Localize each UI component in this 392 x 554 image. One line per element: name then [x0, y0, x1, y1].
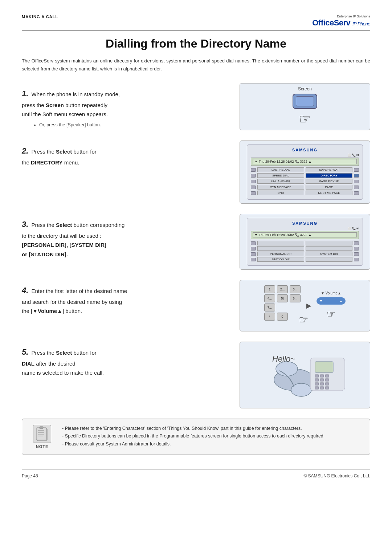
hand-press-icon: ☞	[299, 313, 309, 326]
handset-container: Hello~	[258, 347, 352, 403]
key-1: 1	[264, 285, 275, 293]
notepad-icon-svg	[36, 426, 49, 441]
step-1-text: 1. When the phone is in standby mode, pr…	[22, 83, 232, 129]
note-box: NOTE - Please refer to the 'Entering Cha…	[22, 419, 370, 455]
step3-empty-2	[306, 241, 352, 245]
page-title: Dialling from the Directory Name	[22, 37, 370, 50]
volume-area: ▼ Volume▲ ▼ ▲ ☞	[317, 291, 346, 320]
menu-row-4: SYN MESSAGE PAGE	[251, 185, 359, 190]
hello-text: Hello~	[272, 354, 295, 364]
footer-copyright: © SAMSUNG Electronics Co., Ltd.	[303, 473, 370, 478]
step-2-number: 2.	[22, 146, 28, 155]
step3-empty-1	[257, 241, 304, 245]
step-4-row: 4. Enter the first letter of the desired…	[22, 280, 370, 331]
volume-button[interactable]: ▼ ▲	[317, 297, 346, 305]
menu-syn-message: SYN MESSAGE	[257, 185, 304, 190]
step-3-phone-panel: SAMSUNG ⬜📞✉ ▼ Thu 29-Feb 12:28 01/02 📞 3…	[247, 218, 363, 266]
step-2-text: 2. Press the Select button for the DIREC…	[22, 140, 232, 168]
step3-empty-5	[306, 257, 352, 262]
menu-page: PAGE	[306, 185, 352, 190]
step-5-text: 5. Press the Select button for DIAL afte…	[22, 342, 232, 379]
arrow-right-icon: ▶	[306, 302, 311, 310]
step-4-illustration: 1 2... 3... 4... 5| 6... 7... * 0	[259, 280, 351, 331]
volume-up-icon: ▲	[339, 299, 343, 303]
step3-dir-panel: PERSONAL DIR SYSTEM DIR STATION DIR	[251, 241, 359, 262]
key-6: 6...	[290, 294, 301, 302]
panel-time-line: ▼ Thu 29-Feb 12:28 01/02 📞 3222 ▲	[253, 159, 357, 164]
menu-save-repeat: SAVE/REPEAT	[306, 167, 352, 172]
svg-rect-12	[320, 383, 324, 385]
volume-down-icon: ▼	[319, 299, 323, 303]
footer-page: Page 48	[22, 473, 38, 478]
footer: Page 48 © SAMSUNG Electronics Co., Ltd.	[22, 469, 370, 478]
step-1-bullet: Or, press the [Speaker] button.	[39, 121, 232, 129]
note-icon-area: NOTE	[29, 425, 55, 449]
key-8	[277, 304, 288, 311]
step-1-number: 1.	[22, 89, 28, 98]
step-5-number: 5.	[22, 347, 28, 357]
key-3: 3...	[290, 285, 301, 293]
keypad: 1 2... 3... 4... 5| 6... 7... * 0	[264, 285, 301, 326]
menu-directory: DIRECTORY	[306, 173, 352, 178]
svg-rect-7	[325, 375, 329, 377]
panel-menu: LAST REDIAL SAVE/REPEAT SPEED DIAL DIREC…	[251, 167, 359, 195]
menu-meet-me-page: MEET ME PAGE	[306, 191, 352, 195]
panel-time: Thu 29-Feb 12:28 01/02	[259, 160, 294, 163]
menu-row-1: LAST REDIAL SAVE/REPEAT	[251, 167, 359, 172]
keypad-grid: 1 2... 3... 4... 5| 6... 7... * 0	[264, 285, 301, 321]
svg-rect-14	[315, 387, 319, 389]
key-0: 0	[277, 313, 288, 321]
svg-point-2	[291, 383, 311, 396]
step-3-text: 3. Press the Select button corresponding…	[22, 214, 232, 260]
header-section-label: MAKING A CALL	[22, 15, 58, 19]
step-1-illustration: Screen ☞	[293, 86, 317, 127]
panel-screen: ▼ Thu 29-Feb 12:28 01/02 📞 3222 ▲	[251, 158, 359, 166]
step-4-image: 1 2... 3... 4... 5| 6... 7... * 0	[240, 280, 370, 331]
svg-rect-4	[315, 362, 333, 372]
step-3-number: 3.	[22, 220, 28, 229]
step-5-illustration: Hello~	[253, 342, 357, 408]
note-line-2: - Specific Directory buttons can be plac…	[62, 432, 324, 440]
svg-rect-23	[40, 427, 43, 429]
note-line-1: - Please refer to the 'Entering Characte…	[62, 425, 324, 432]
screen-label: Screen	[298, 86, 312, 91]
step3-system-dir: SYSTEM DIR	[306, 252, 352, 256]
step-2-image: SAMSUNG ⬜📞✉ ▼ Thu 29-Feb 12:28 01/02 📞 3…	[240, 140, 370, 204]
menu-last-redial: LAST REDIAL	[257, 167, 304, 172]
menu-row-3: UNI. ANSWER PAGE PICKUP	[251, 179, 359, 184]
step3-empty-3	[257, 246, 304, 251]
step3-panel-time-line: ▼ Thu 29-Feb 12:28 01/02 📞 3222 ▲	[253, 232, 357, 237]
note-text-content: - Please refer to the 'Entering Characte…	[62, 425, 324, 448]
note-line-3: - Please consult your System Administrat…	[62, 440, 324, 448]
step-1-image: Screen ☞	[240, 83, 370, 130]
note-icon-image	[33, 425, 51, 443]
svg-rect-9	[320, 379, 324, 381]
step3-panel-ext: 3222	[300, 233, 307, 237]
svg-rect-13	[325, 383, 329, 385]
key-7: 7...	[264, 304, 275, 311]
menu-row-2: SPEED DIAL DIRECTORY	[251, 173, 359, 178]
brand-main-text: OfficeServ IP Phone	[312, 18, 370, 27]
svg-rect-18	[36, 428, 46, 440]
svg-rect-16	[325, 387, 329, 389]
step-4-text: 4. Enter the first letter of the desired…	[22, 280, 232, 317]
hand-icon: ☞	[299, 111, 311, 127]
step-2-row: 2. Press the Select button for the DIREC…	[22, 140, 370, 204]
svg-point-1	[276, 362, 298, 376]
step-5-row: 5. Press the Select button for DIAL afte…	[22, 342, 370, 408]
svg-rect-10	[325, 379, 329, 381]
step3-empty-row-1	[251, 241, 359, 245]
key-5: 5|	[277, 294, 288, 302]
menu-uni-answer: UNI. ANSWER	[257, 179, 304, 184]
key-star: *	[264, 313, 275, 321]
step-3-row: 3. Press the Select button corresponding…	[22, 214, 370, 270]
key-2: 2...	[277, 285, 288, 293]
step3-personal-dir: PERSONAL DIR	[257, 252, 304, 256]
header-brand: Enterprise IP Solutions OfficeServ IP Ph…	[312, 15, 370, 28]
page: MAKING A CALL Enterprise IP Solutions Of…	[0, 0, 392, 554]
step3-empty-4	[306, 246, 352, 251]
step-4-number: 4.	[22, 286, 28, 295]
menu-speed-dial: SPEED DIAL	[257, 173, 304, 178]
menu-dnd: DND	[257, 191, 304, 195]
panel-brand: SAMSUNG	[251, 148, 359, 152]
